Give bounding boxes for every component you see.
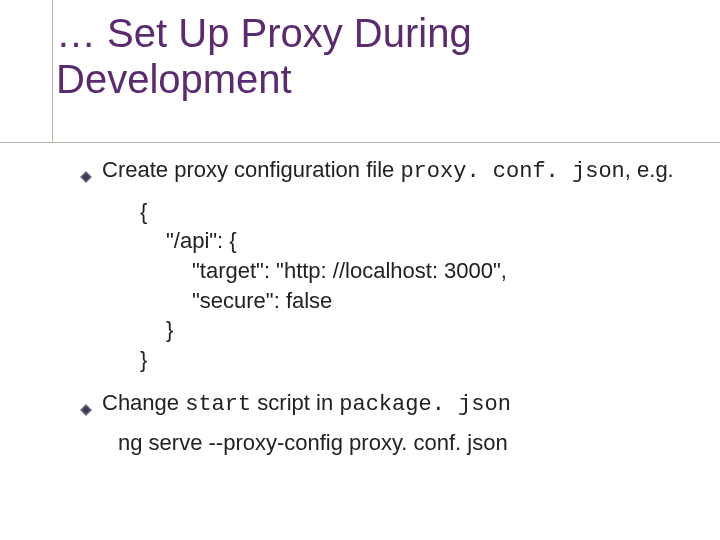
slide-title: … Set Up Proxy During Development [56,10,660,102]
bullet-text: Change start script in package. json [102,389,680,420]
command-line: ng serve --proxy-config proxy. conf. jso… [118,429,680,458]
inline-code: start [185,392,251,417]
text: script in [251,390,339,415]
diamond-bullet-icon [80,395,92,407]
slide-body: Create proxy configuration file proxy. c… [80,156,680,458]
title-underline [0,142,720,143]
inline-code: proxy. conf. json [400,159,624,184]
text: , e.g. [625,157,674,182]
code-line: "secure": false [140,286,680,316]
inline-code: package. json [339,392,511,417]
code-line: "target": "http: //localhost: 3000", [140,256,680,286]
code-block: { "/api": { "target": "http: //localhost… [140,197,680,375]
title-vertical-rule [52,0,53,142]
code-line: } [140,315,680,345]
diamond-bullet-icon [80,162,92,174]
bullet-text: Create proxy configuration file proxy. c… [102,156,680,187]
code-line: "/api": { [140,226,680,256]
text: Create proxy configuration file [102,157,400,182]
code-line: } [140,345,680,375]
text: Change [102,390,185,415]
bullet-item: Change start script in package. json [80,389,680,420]
bullet-item: Create proxy configuration file proxy. c… [80,156,680,187]
code-line: { [140,197,680,227]
